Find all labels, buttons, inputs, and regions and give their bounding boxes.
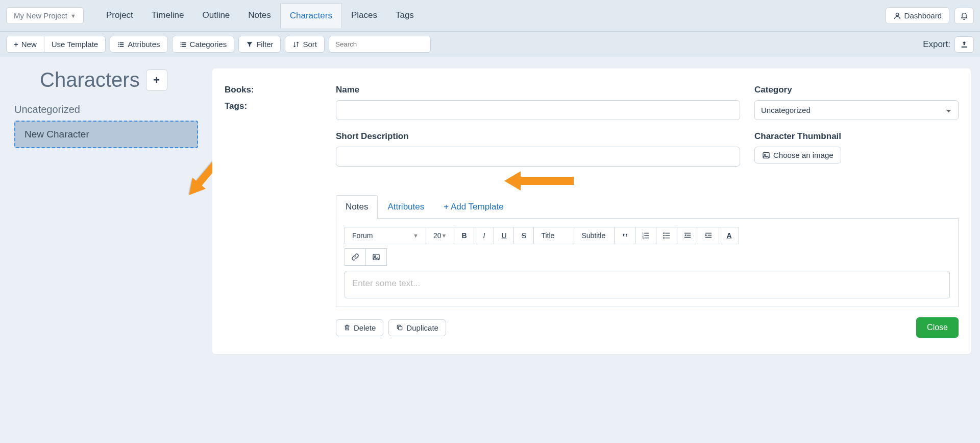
svg-point-23 bbox=[664, 232, 665, 234]
main-nav: Project Timeline Outline Notes Character… bbox=[97, 3, 423, 28]
ordered-list-icon: 123 bbox=[642, 231, 650, 240]
export-button[interactable] bbox=[954, 36, 974, 53]
trash-icon bbox=[344, 324, 351, 331]
sidebar-character-item[interactable]: New Character bbox=[14, 121, 198, 148]
attributes-button[interactable]: Attributes bbox=[110, 36, 167, 53]
sort-label: Sort bbox=[303, 40, 317, 49]
svg-rect-24 bbox=[666, 233, 670, 234]
strike-icon: S bbox=[522, 231, 526, 240]
new-button[interactable]: + New bbox=[6, 36, 44, 53]
link-button[interactable] bbox=[345, 248, 366, 266]
editor-wrap: Forum ▼ 20 ▼ B I U S Title Subtitle bbox=[336, 219, 959, 307]
delete-button[interactable]: Delete bbox=[336, 319, 383, 336]
nav-characters[interactable]: Characters bbox=[280, 3, 342, 28]
svg-rect-18 bbox=[645, 233, 649, 234]
subtab-add-template[interactable]: + Add Template bbox=[434, 195, 513, 218]
nav-project[interactable]: Project bbox=[97, 3, 142, 28]
underline-button[interactable]: U bbox=[494, 227, 514, 244]
quote-button[interactable] bbox=[614, 227, 635, 244]
chevron-down-icon: ▼ bbox=[413, 232, 419, 239]
chevron-down-icon: ▼ bbox=[70, 13, 76, 19]
outdent-icon bbox=[683, 231, 692, 240]
title-style-button[interactable]: Title bbox=[533, 227, 574, 244]
nav-tags[interactable]: Tags bbox=[386, 3, 423, 28]
notifications-button[interactable] bbox=[954, 8, 974, 24]
bullet-list-button[interactable] bbox=[656, 227, 677, 244]
svg-rect-34 bbox=[708, 235, 712, 236]
right-column: Category Uncategorized Character Thumbna… bbox=[754, 85, 959, 175]
subtab-area: Notes Attributes + Add Template Forum ▼ … bbox=[336, 192, 959, 338]
sort-icon bbox=[292, 41, 300, 48]
editor-textarea[interactable]: Enter some text... bbox=[345, 271, 950, 298]
svg-rect-13 bbox=[962, 46, 967, 48]
filter-button[interactable]: Filter bbox=[238, 36, 281, 53]
nav-timeline[interactable]: Timeline bbox=[142, 3, 193, 28]
bell-icon bbox=[960, 12, 968, 20]
duplicate-label: Duplicate bbox=[406, 323, 438, 332]
svg-rect-2 bbox=[120, 42, 124, 43]
text-color-button[interactable]: A bbox=[719, 227, 739, 244]
subtab-attributes[interactable]: Attributes bbox=[378, 195, 434, 218]
svg-point-16 bbox=[765, 154, 766, 155]
svg-rect-1 bbox=[118, 42, 119, 43]
italic-button[interactable]: I bbox=[474, 227, 494, 244]
italic-icon: I bbox=[483, 231, 485, 240]
short-description-label: Short Description bbox=[336, 131, 740, 142]
svg-rect-9 bbox=[180, 44, 181, 45]
bold-button[interactable]: B bbox=[454, 227, 474, 244]
dashboard-button[interactable]: Dashboard bbox=[886, 7, 949, 24]
fontsize-select[interactable]: 20 ▼ bbox=[426, 227, 454, 244]
svg-rect-7 bbox=[180, 42, 181, 43]
ordered-list-button[interactable]: 123 bbox=[635, 227, 656, 244]
nav-notes[interactable]: Notes bbox=[239, 3, 280, 28]
character-detail-panel: Books: Tags: Name Short Description Cate… bbox=[212, 68, 971, 354]
subtab-notes[interactable]: Notes bbox=[336, 195, 378, 219]
font-select[interactable]: Forum ▼ bbox=[345, 227, 426, 244]
search-input[interactable] bbox=[329, 36, 431, 53]
duplicate-button[interactable]: Duplicate bbox=[388, 319, 446, 336]
svg-point-25 bbox=[664, 235, 665, 237]
svg-rect-6 bbox=[120, 45, 124, 46]
category-select[interactable]: Uncategorized bbox=[754, 100, 959, 120]
project-dropdown[interactable]: My New Project ▼ bbox=[6, 7, 84, 24]
top-bar: My New Project ▼ Project Timeline Outlin… bbox=[0, 0, 980, 32]
choose-image-button[interactable]: Choose an image bbox=[754, 147, 841, 164]
underline-icon: U bbox=[501, 231, 506, 240]
sidebar-group-title: Uncategorized bbox=[14, 104, 198, 115]
subtitle-style-button[interactable]: Subtitle bbox=[574, 227, 615, 244]
svg-rect-3 bbox=[118, 44, 119, 45]
svg-rect-11 bbox=[180, 45, 181, 46]
svg-rect-8 bbox=[182, 42, 186, 43]
insert-image-button[interactable] bbox=[365, 248, 387, 266]
svg-rect-30 bbox=[687, 235, 691, 236]
nav-outline[interactable]: Outline bbox=[193, 3, 239, 28]
delete-label: Delete bbox=[354, 323, 376, 332]
duplicate-icon bbox=[396, 324, 403, 331]
bold-icon: B bbox=[461, 231, 467, 240]
name-input[interactable] bbox=[336, 100, 740, 120]
categories-button[interactable]: Categories bbox=[172, 36, 235, 53]
sidebar: Characters + Uncategorized New Character bbox=[9, 68, 203, 148]
indent-icon bbox=[704, 231, 713, 240]
editor-toolbar: Forum ▼ 20 ▼ B I U S Title Subtitle bbox=[345, 227, 950, 266]
export-label: Export: bbox=[923, 39, 950, 50]
sub-tabs: Notes Attributes + Add Template bbox=[336, 195, 959, 219]
strike-button[interactable]: S bbox=[513, 227, 534, 244]
name-label: Name bbox=[336, 85, 740, 95]
sort-button[interactable]: Sort bbox=[285, 36, 325, 53]
use-template-button[interactable]: Use Template bbox=[44, 36, 106, 53]
image-icon bbox=[762, 151, 770, 159]
nav-places[interactable]: Places bbox=[342, 3, 386, 28]
filter-icon bbox=[246, 41, 253, 48]
tags-label: Tags: bbox=[225, 101, 322, 111]
indent-button[interactable] bbox=[698, 227, 719, 244]
svg-rect-39 bbox=[399, 327, 402, 330]
svg-point-0 bbox=[896, 13, 898, 15]
close-button[interactable]: Close bbox=[916, 317, 959, 338]
text-color-icon: A bbox=[726, 231, 731, 240]
svg-marker-36 bbox=[705, 234, 707, 236]
outdent-button[interactable] bbox=[677, 227, 698, 244]
short-description-input[interactable] bbox=[336, 147, 740, 167]
add-character-button[interactable]: + bbox=[146, 69, 167, 91]
category-label: Category bbox=[754, 85, 959, 95]
